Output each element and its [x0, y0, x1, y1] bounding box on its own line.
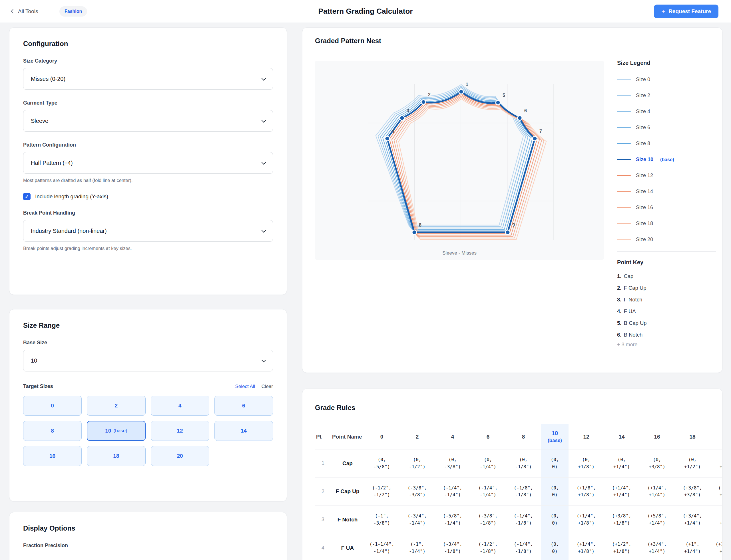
- grade-value: (-1/2", -1/8"): [470, 534, 506, 560]
- grade-value: (0, -1/2"): [399, 449, 435, 478]
- point-key-item: 1.Cap: [617, 270, 716, 282]
- chevron-down-icon: [262, 160, 266, 165]
- grade-value: (-1/4", -1/8"): [506, 506, 541, 534]
- break-point-select[interactable]: Industry Standard (non-linear): [23, 220, 273, 242]
- pattern-config-help: Most patterns are drafted as half (fold …: [23, 178, 273, 183]
- grade-value: (0, 0): [541, 506, 568, 534]
- column-header-size-2: 2: [399, 424, 435, 449]
- target-size-button-16[interactable]: 16: [23, 446, 82, 466]
- target-size-button-14[interactable]: 14: [215, 421, 273, 441]
- grade-value: (+1/8", +1/8"): [568, 477, 604, 506]
- page-title: Pattern Grading Calculator: [0, 7, 731, 16]
- target-size-button-18[interactable]: 18: [87, 446, 145, 466]
- column-header-size-18: 18: [675, 424, 710, 449]
- base-size-label: Base Size: [23, 340, 273, 346]
- target-size-button-12[interactable]: 12: [151, 421, 209, 441]
- target-size-button-6[interactable]: 6: [215, 396, 273, 416]
- point-key-item: 6.B Notch: [617, 329, 716, 341]
- point-key-item: 4.F UA: [617, 305, 716, 317]
- base-size-select[interactable]: 10: [23, 350, 273, 371]
- request-feature-button[interactable]: + Request Feature: [654, 5, 718, 18]
- grade-value: (-1/4", -1/4"): [435, 477, 470, 506]
- point-key-more-link[interactable]: + 3 more...: [617, 342, 716, 348]
- grade-value: (-3/4", -1/8"): [435, 534, 470, 560]
- grade-value: (0, 0): [541, 477, 568, 506]
- legend-line-swatch: [617, 159, 631, 160]
- display-options-card: Display Options Fraction Precision: [9, 512, 287, 560]
- legend-item-size-18: Size 18: [617, 215, 716, 231]
- grade-rules-title: Grade Rules: [315, 404, 710, 412]
- grade-value: (-1-1/4", -1/4"): [364, 534, 399, 560]
- point-key-title: Point Key: [617, 259, 716, 266]
- column-header-size-6: 6: [470, 424, 506, 449]
- break-point-label: Break Point Handling: [23, 210, 273, 216]
- grade-value: (+1/4", +1/4"): [639, 477, 675, 506]
- pattern-nest-title: Graded Pattern Nest: [315, 37, 381, 45]
- grade-value: (-1/4", -1/8"): [506, 534, 541, 560]
- target-size-button-2[interactable]: 2: [87, 396, 145, 416]
- legend-item-size-6: Size 6: [617, 119, 716, 135]
- column-header-size-0: 0: [364, 424, 399, 449]
- grade-value: (0, +1/4"): [604, 449, 639, 478]
- target-size-button-10[interactable]: 10(base): [87, 421, 145, 441]
- grade-rule-row-1: 1Cap(0, -5/8")(0, -1/2")(0, -3/8")(0, -1…: [315, 449, 722, 478]
- pattern-config-label: Pattern Configuration: [23, 142, 273, 148]
- grade-rule-row-3: 3F Notch(-1", -3/8")(-3/4", -1/4")(-5/8"…: [315, 506, 722, 534]
- grade-value: (0, +1/2"): [675, 449, 710, 478]
- configuration-card: Configuration Size Category Misses (0-20…: [9, 27, 287, 295]
- request-feature-label: Request Feature: [668, 8, 711, 15]
- grade-value: (+3/4", +1/4"): [639, 534, 675, 560]
- target-size-button-8[interactable]: 8: [23, 421, 82, 441]
- plus-icon: +: [661, 8, 665, 15]
- grade-value: (-5/8", -1/4"): [435, 506, 470, 534]
- grade-rules-table: PtPoint Name0246810(base)12141618201Cap(…: [315, 424, 722, 560]
- pattern-config-select[interactable]: Half Pattern (÷4): [23, 152, 273, 174]
- grade-value: (+1/4", +1/8"): [568, 506, 604, 534]
- target-size-button-4[interactable]: 4: [151, 396, 209, 416]
- break-point-value: Industry Standard (non-linear): [31, 228, 107, 234]
- target-size-button-20[interactable]: 20: [151, 446, 209, 466]
- top-bar: All Tools Fashion Pattern Grading Calcul…: [0, 0, 731, 23]
- column-header-size-10: 10(base): [541, 424, 568, 449]
- legend-line-swatch: [617, 143, 631, 144]
- legend-line-swatch: [617, 127, 631, 128]
- select-all-link[interactable]: Select All: [235, 384, 255, 389]
- legend-line-swatch: [617, 239, 631, 240]
- legend-divider: [617, 251, 716, 252]
- size-category-select[interactable]: Misses (0-20): [23, 68, 273, 90]
- target-size-buttons: 0246810(base)1214161820: [23, 396, 273, 466]
- grade-value: (-3/8", -3/8"): [399, 477, 435, 506]
- legend-line-swatch: [617, 111, 631, 112]
- svg-text:6: 6: [524, 108, 527, 113]
- svg-text:Sleeve - Misses: Sleeve - Misses: [442, 250, 476, 256]
- size-legend-title: Size Legend: [617, 60, 716, 66]
- point-key-item: 3.F Notch: [617, 294, 716, 305]
- length-grading-label: Include length grading (Y-axis): [35, 193, 108, 200]
- size-category-value: Misses (0-20): [31, 76, 65, 82]
- chevron-down-icon: [262, 228, 266, 233]
- column-header-size-4: 4: [435, 424, 470, 449]
- nest-chart: 123456789Sleeve - Misses: [315, 61, 604, 260]
- legend-item-size-20: Size 20: [617, 231, 716, 247]
- svg-text:8: 8: [419, 223, 421, 227]
- base-size-value: 10: [31, 357, 37, 364]
- size-category-label: Size Category: [23, 58, 273, 64]
- grade-value: (+1", +3/8"): [710, 506, 722, 534]
- column-header-size-20: 20: [710, 424, 722, 449]
- garment-type-select[interactable]: Sleeve: [23, 110, 273, 132]
- legend-line-swatch: [617, 175, 631, 176]
- grade-value: (-1/8", -1/8"): [506, 477, 541, 506]
- grade-value: (+1", +1/4"): [675, 534, 710, 560]
- clear-link[interactable]: Clear: [261, 384, 273, 389]
- chevron-down-icon: [262, 76, 266, 81]
- grade-rule-row-4: 4F UA(-1-1/4", -1/4")(-1", -1/4")(-3/4",…: [315, 534, 722, 560]
- column-header-pt: Pt: [315, 424, 331, 449]
- grade-value: (0, +3/8"): [639, 449, 675, 478]
- length-grading-checkbox-row[interactable]: ✓ Include length grading (Y-axis): [23, 193, 273, 200]
- legend-item-size-10: Size 10(base): [617, 151, 716, 167]
- length-grading-checkbox[interactable]: ✓: [23, 193, 31, 200]
- target-size-button-0[interactable]: 0: [23, 396, 82, 416]
- legend-item-size-14: Size 14: [617, 183, 716, 199]
- column-header-size-8: 8: [506, 424, 541, 449]
- grade-value: (+1/4", +1/4"): [604, 477, 639, 506]
